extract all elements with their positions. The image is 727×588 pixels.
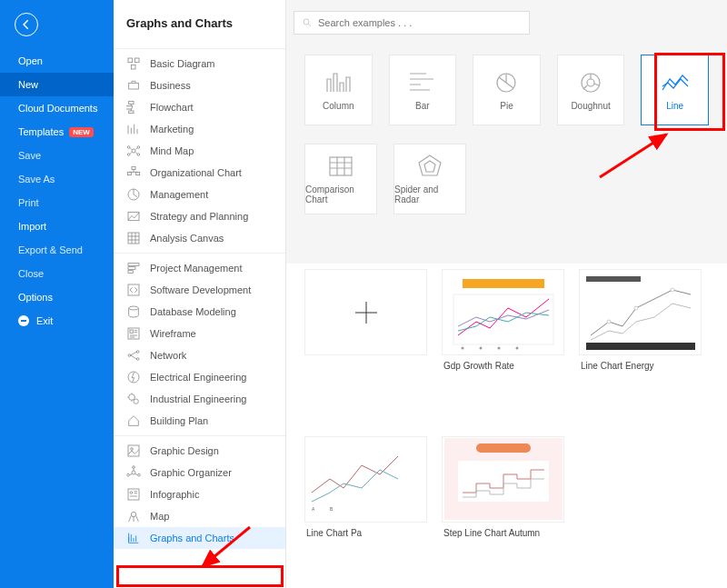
category-wireframe[interactable]: Wireframe	[114, 323, 285, 344]
category-icon	[126, 56, 141, 71]
template-card[interactable]: Line Chart Energy	[579, 269, 702, 422]
category-icon	[126, 100, 141, 115]
menu-item-label: Open	[18, 55, 43, 66]
category-graphic-design[interactable]: Graphic Design	[114, 440, 285, 462]
template-card[interactable]: ABLine Chart Pa	[304, 436, 427, 589]
search-icon	[302, 17, 313, 28]
svg-rect-13	[127, 172, 131, 174]
category-icon	[126, 261, 141, 275]
chart-type-bar[interactable]: Bar	[389, 55, 457, 125]
category-network[interactable]: Network	[114, 344, 285, 366]
menu-item-export-send[interactable]: Export & Send	[0, 238, 114, 262]
template-thumb	[442, 436, 564, 523]
category-analysis-canvas[interactable]: Analysis Canvas	[114, 227, 285, 249]
category-label: Management	[150, 189, 208, 200]
category-strategy-and-planning[interactable]: Strategy and Planning	[114, 205, 285, 227]
category-map[interactable]: Map	[114, 505, 285, 527]
menu-item-import[interactable]: Import	[0, 214, 114, 238]
category-industrial-engineering[interactable]: Industrial Engineering	[114, 388, 285, 410]
chart-type-radar[interactable]: Spider and Radar	[393, 144, 466, 214]
category-software-development[interactable]: Software Development	[114, 279, 285, 301]
chart-type-label: Comparison Chart	[305, 184, 376, 204]
category-icon	[126, 165, 141, 180]
svg-rect-2	[131, 65, 135, 69]
category-icon	[126, 443, 141, 458]
category-label: Business	[150, 80, 191, 91]
category-graphs-and-charts[interactable]: Graphs and Charts	[114, 527, 285, 549]
category-label: Strategy and Planning	[150, 211, 248, 222]
template-card[interactable]: Step Line Chart Autumn	[442, 436, 564, 589]
back-button[interactable]	[15, 13, 38, 36]
template-card[interactable]: Gdp Growth Rate	[442, 269, 564, 422]
category-label: Database Modeling	[150, 306, 236, 317]
category-project-management[interactable]: Project Management	[114, 257, 285, 279]
menu-item-close[interactable]: Close	[0, 262, 114, 285]
svg-rect-48	[453, 294, 553, 344]
svg-rect-4	[129, 101, 134, 104]
arrow-left-icon	[20, 18, 33, 31]
svg-marker-46	[424, 161, 435, 172]
template-thumb	[442, 269, 564, 355]
chart-type-pie[interactable]: Pie	[473, 55, 541, 125]
svg-marker-45	[419, 155, 441, 175]
category-label: Basic Diagram	[150, 58, 215, 69]
divider	[114, 435, 285, 436]
category-label: Mind Map	[150, 145, 194, 156]
chart-type-table[interactable]: Comparison Chart	[304, 144, 377, 214]
svg-point-7	[132, 149, 135, 153]
category-label: Project Management	[150, 263, 243, 274]
main-area: ColumnBarPieDoughnutLine Comparison Char…	[286, 0, 727, 588]
chart-type-label: Line	[666, 101, 683, 111]
category-mind-map[interactable]: Mind Map	[114, 140, 285, 162]
chart-type-label: Bar	[415, 101, 430, 111]
chart-type-column[interactable]: Column	[304, 55, 373, 125]
menu-item-exit[interactable]: Exit	[0, 309, 114, 333]
svg-point-32	[131, 448, 134, 451]
menu-item-save-as[interactable]: Save As	[0, 167, 114, 191]
category-label: Building Plan	[150, 415, 208, 426]
menu-item-new[interactable]: New	[0, 73, 114, 96]
svg-rect-12	[132, 166, 135, 169]
svg-point-8	[127, 146, 130, 149]
chart-type-line[interactable]: Line	[641, 55, 709, 125]
category-basic-diagram[interactable]: Basic Diagram	[114, 53, 285, 75]
search-box[interactable]	[294, 11, 530, 35]
chart-type-label: Spider and Radar	[394, 184, 465, 204]
chart-type-doughnut[interactable]: Doughnut	[557, 55, 625, 125]
template-thumb	[304, 269, 427, 355]
category-label: Software Development	[150, 284, 251, 295]
category-icon	[126, 326, 141, 341]
category-business[interactable]: Business	[114, 75, 285, 96]
search-input[interactable]	[318, 17, 522, 28]
category-graphic-organizer[interactable]: Graphic Organizer	[114, 462, 285, 483]
svg-rect-19	[128, 267, 135, 270]
category-icon	[126, 414, 141, 428]
category-flowchart[interactable]: Flowchart	[114, 96, 285, 118]
menu-item-print[interactable]: Print	[0, 191, 114, 214]
svg-rect-16	[128, 212, 139, 220]
category-organizational-chart[interactable]: Organizational Chart	[114, 162, 285, 184]
menu-item-options[interactable]: Options	[0, 285, 114, 309]
category-database-modeling[interactable]: Database Modeling	[114, 301, 285, 323]
category-management[interactable]: Management	[114, 184, 285, 205]
chart-type-label: Column	[323, 101, 354, 111]
template-card[interactable]	[304, 269, 427, 422]
svg-rect-47	[463, 279, 544, 288]
menu-item-templates[interactable]: TemplatesNEW	[0, 120, 114, 144]
svg-text:A: A	[312, 506, 315, 512]
category-infographic[interactable]: Infographic	[114, 483, 285, 505]
menu-item-label: Save As	[18, 174, 55, 184]
menu-item-open[interactable]: Open	[0, 49, 114, 73]
category-electrical-engineering[interactable]: Electrical Engineering	[114, 366, 285, 388]
svg-point-49	[461, 346, 463, 349]
category-building-plan[interactable]: Building Plan	[114, 410, 285, 432]
category-icon	[126, 209, 141, 224]
category-label: Electrical Engineering	[150, 372, 246, 383]
divider	[114, 253, 285, 254]
menu-item-cloud-documents[interactable]: Cloud Documents	[0, 96, 114, 120]
template-label: Gdp Growth Rate	[442, 355, 564, 376]
svg-point-9	[137, 146, 140, 149]
menu-item-save[interactable]: Save	[0, 144, 114, 167]
category-marketing[interactable]: Marketing	[114, 118, 285, 140]
template-thumb	[579, 269, 702, 355]
